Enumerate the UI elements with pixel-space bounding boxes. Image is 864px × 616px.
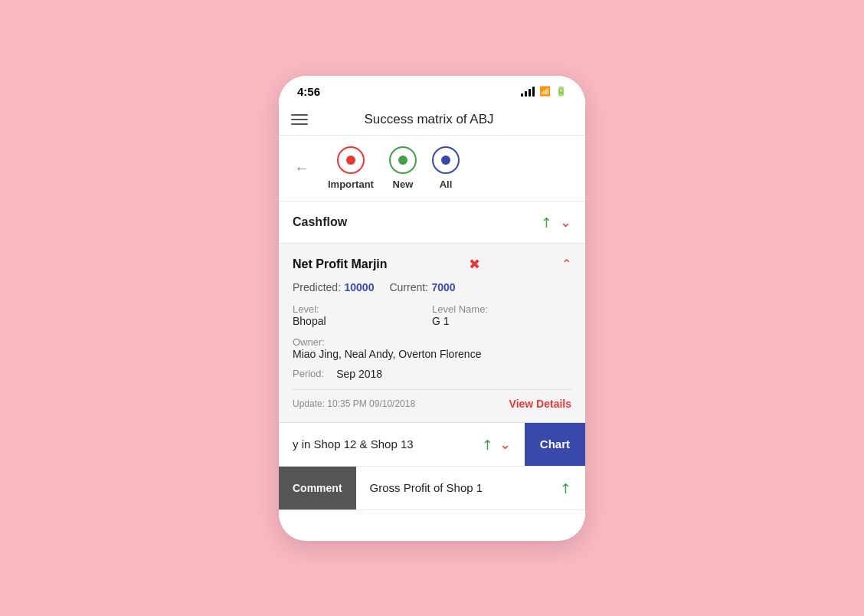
filter-all-label: All bbox=[440, 179, 453, 190]
swipe-title: y in Shop 12 & Shop 13 bbox=[293, 437, 414, 451]
comment-up-arrow-icon: ↗ bbox=[555, 477, 575, 497]
owner-value: Miao Jing, Neal Andy, Overton Florence bbox=[293, 348, 571, 360]
swipe-icons: ↗ ⌄ bbox=[482, 436, 511, 453]
cashflow-icons: ↗ ⌄ bbox=[541, 214, 571, 231]
net-profit-card: Net Profit Marjin ✖ ⌃ Predicted: 10000 C… bbox=[279, 244, 585, 423]
level-value: Bhopal bbox=[293, 315, 432, 327]
update-text: Update: 10:35 PM 09/10/2018 bbox=[293, 398, 415, 409]
period-label: Period: bbox=[293, 368, 324, 380]
all-circle bbox=[432, 146, 460, 174]
menu-line-3 bbox=[291, 123, 308, 125]
view-details-button[interactable]: View Details bbox=[509, 398, 571, 410]
filter-important-label: Important bbox=[328, 179, 374, 190]
all-dot bbox=[441, 156, 450, 165]
new-circle bbox=[389, 146, 417, 174]
comment-row-title: Gross Profit of Shop 1 bbox=[370, 481, 483, 494]
bottom-space bbox=[279, 510, 585, 541]
menu-line-1 bbox=[291, 114, 308, 116]
predicted-item: Predicted: 10000 bbox=[293, 280, 374, 294]
predicted-label: Predicted: bbox=[293, 281, 341, 293]
signal-icon bbox=[521, 86, 535, 97]
period-row: Period: Sep 2018 bbox=[293, 368, 571, 380]
card-footer: Update: 10:35 PM 09/10/2018 View Details bbox=[293, 389, 571, 410]
page-title: Success matrix of ABJ bbox=[308, 112, 550, 127]
important-dot bbox=[346, 156, 355, 165]
status-bar: 4:56 📶 🔋 bbox=[279, 76, 585, 104]
comment-content: Gross Profit of Shop 1 ↗ bbox=[356, 467, 585, 509]
comment-button[interactable]: Comment bbox=[279, 467, 356, 510]
predicted-row: Predicted: 10000 Current: 7000 bbox=[293, 280, 571, 294]
current-item: Current: 7000 bbox=[389, 280, 455, 294]
filter-new-label: New bbox=[393, 179, 414, 190]
chart-button[interactable]: Chart bbox=[525, 423, 585, 466]
filter-all[interactable]: All bbox=[432, 146, 460, 190]
cashflow-row[interactable]: Cashflow ↗ ⌄ bbox=[279, 202, 585, 244]
header: Success matrix of ABJ bbox=[279, 104, 585, 136]
level-label: Level: bbox=[293, 303, 432, 315]
period-value: Sep 2018 bbox=[336, 368, 382, 380]
owner-label: Owner: bbox=[293, 336, 571, 348]
cashflow-chevron-down-icon: ⌄ bbox=[560, 214, 571, 231]
status-time: 4:56 bbox=[297, 85, 320, 98]
swipe-row: y in Shop 12 & Shop 13 ↗ ⌄ Chart bbox=[279, 423, 585, 467]
filter-important[interactable]: Important bbox=[328, 146, 374, 190]
filter-bar: ← Important New All bbox=[279, 136, 585, 202]
predicted-value: 10000 bbox=[345, 281, 375, 293]
info-grid: Level: Bhopal Level Name: G 1 bbox=[293, 303, 571, 327]
current-value: 7000 bbox=[431, 281, 455, 293]
back-button[interactable]: ← bbox=[291, 159, 313, 177]
comment-row: Comment Gross Profit of Shop 1 ↗ bbox=[279, 467, 585, 510]
level-name-label: Level Name: bbox=[432, 303, 571, 315]
swipe-content: y in Shop 12 & Shop 13 ↗ ⌄ bbox=[279, 424, 525, 465]
card-header: Net Profit Marjin ✖ ⌃ bbox=[293, 256, 571, 273]
level-name-value: G 1 bbox=[432, 315, 571, 327]
card-chevron-up-icon: ⌃ bbox=[561, 257, 571, 271]
owner-section: Owner: Miao Jing, Neal Andy, Overton Flo… bbox=[293, 336, 571, 360]
cashflow-up-arrow-icon: ↗ bbox=[536, 211, 556, 231]
wifi-icon: 📶 bbox=[539, 86, 551, 97]
filter-new[interactable]: New bbox=[389, 146, 417, 190]
menu-line-2 bbox=[291, 119, 308, 120]
swipe-up-arrow-icon: ↗ bbox=[477, 434, 497, 454]
phone-container: 4:56 📶 🔋 Success matrix of ABJ ← bbox=[279, 76, 585, 541]
current-label: Current: bbox=[389, 281, 428, 293]
cashflow-title: Cashflow bbox=[293, 215, 347, 229]
battery-icon: 🔋 bbox=[555, 86, 567, 97]
status-icons: 📶 🔋 bbox=[521, 86, 567, 97]
card-status-icon: ✖ bbox=[469, 256, 480, 273]
card-title: Net Profit Marjin bbox=[293, 257, 388, 271]
important-circle bbox=[337, 146, 365, 174]
menu-button[interactable] bbox=[291, 114, 308, 125]
new-dot bbox=[398, 156, 407, 165]
swipe-down-arrow-icon: ⌄ bbox=[499, 436, 511, 453]
